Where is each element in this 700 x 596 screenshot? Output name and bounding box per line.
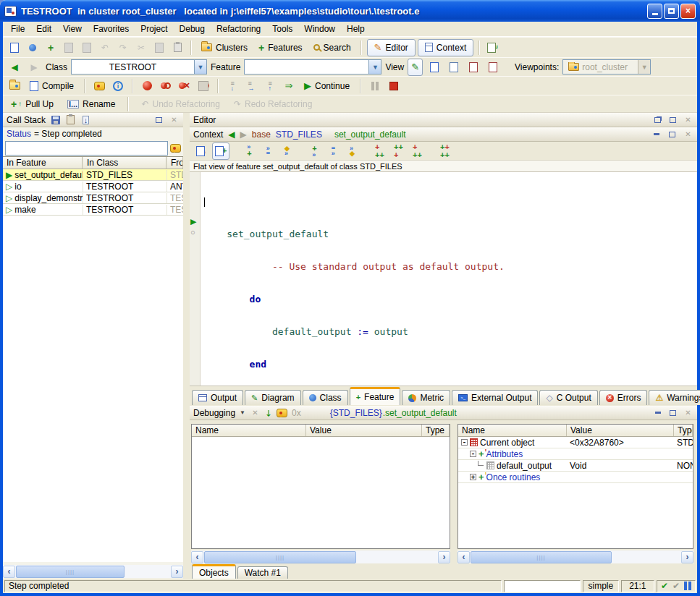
collapse-icon[interactable] bbox=[470, 451, 476, 457]
pause-icon[interactable] bbox=[367, 78, 383, 94]
object-tree-row[interactable]: Current object <0x32A8760> STD_ bbox=[458, 437, 693, 448]
menu-item-project[interactable]: Project bbox=[135, 22, 173, 35]
redo-refactoring-button[interactable]: ↷ Redo Refactoring bbox=[229, 98, 316, 111]
scrollbar-thumb[interactable] bbox=[471, 551, 612, 563]
scrollbar-thumb[interactable] bbox=[204, 551, 356, 563]
menu-item-debug[interactable]: Debug bbox=[174, 22, 211, 35]
save-all-icon[interactable] bbox=[79, 40, 95, 56]
diagonal-arrow-icon[interactable]: ↘ bbox=[263, 407, 274, 419]
expand-icon[interactable] bbox=[470, 474, 476, 480]
x-icon[interactable]: ✕ bbox=[250, 408, 261, 418]
maximize-panel-icon[interactable] bbox=[667, 129, 678, 140]
editor-gutter[interactable]: ▶ ○ bbox=[190, 172, 201, 386]
feature-combobox[interactable]: ▼ bbox=[244, 59, 381, 74]
scroll-left-icon[interactable]: ‹ bbox=[3, 566, 15, 578]
object-tree-row[interactable]: +! Once routines bbox=[458, 472, 693, 483]
implementers-icon[interactable]: ++++ bbox=[437, 143, 452, 159]
object-tree-row[interactable]: +! Attributes bbox=[458, 448, 693, 460]
call-stack-header[interactable]: Call Stack ↓ ✕ bbox=[3, 113, 183, 127]
breadcrumb-feature[interactable]: set_output_default bbox=[334, 129, 406, 140]
watch-horizontal-scrollbar[interactable]: ‹ › bbox=[191, 550, 450, 563]
search-button[interactable]: Search bbox=[309, 41, 355, 54]
call-stack-row[interactable]: ▷make TESTROOT TEST bbox=[3, 204, 183, 216]
scrollbar-track[interactable] bbox=[470, 551, 681, 563]
step-out-icon[interactable]: ≡↑ bbox=[262, 78, 278, 94]
code-text[interactable]: set_output_default -- Use standard outpu… bbox=[204, 174, 696, 391]
undo-refactoring-button[interactable]: ↶ Undo Refactoring bbox=[137, 98, 224, 111]
tab-class[interactable]: Class bbox=[303, 390, 348, 405]
maximize-panel-icon[interactable] bbox=[667, 408, 678, 418]
column-header-name[interactable]: Name bbox=[192, 425, 306, 436]
column-header-from[interactable]: From bbox=[166, 157, 183, 169]
column-header-type[interactable]: Type bbox=[674, 425, 693, 436]
tab-output[interactable]: Output bbox=[192, 390, 243, 405]
help-bubble-icon[interactable] bbox=[91, 78, 107, 94]
column-header-in-feature[interactable]: In Feature bbox=[3, 157, 83, 169]
basic-text-view-button[interactable]: ✎ bbox=[408, 59, 423, 76]
contract-view-icon[interactable] bbox=[465, 59, 481, 75]
tab-objects[interactable]: Objects bbox=[192, 564, 236, 579]
copy-call-stack-icon[interactable] bbox=[65, 115, 76, 125]
ancestor-versions-icon[interactable]: +++ bbox=[371, 143, 387, 159]
menu-item-favorites[interactable]: Favorites bbox=[88, 22, 135, 35]
tab-external-output[interactable]: >_External Output bbox=[452, 390, 538, 405]
call-stack-row[interactable]: ▷display_demonstrat... TESTROOT TEST bbox=[3, 192, 183, 204]
maximize-panel-icon[interactable] bbox=[153, 115, 164, 125]
menu-item-refactoring[interactable]: Refactoring bbox=[211, 22, 266, 35]
clusters-button[interactable]: Clusters bbox=[197, 41, 252, 54]
assignees-icon[interactable]: =» bbox=[325, 143, 341, 159]
column-header-name[interactable]: Name bbox=[458, 425, 567, 436]
close-button[interactable]: × bbox=[680, 4, 696, 19]
chevron-down-icon[interactable]: ▼ bbox=[368, 60, 381, 74]
run-icon[interactable]: ⇒ bbox=[281, 78, 297, 94]
scroll-left-icon[interactable]: ‹ bbox=[191, 551, 203, 563]
column-header-type[interactable]: Type bbox=[422, 425, 450, 436]
compile-button[interactable]: Compile bbox=[25, 80, 78, 93]
object-tree-row[interactable]: default_output Void NON bbox=[458, 460, 693, 472]
editor-header[interactable]: Editor ✕ bbox=[190, 113, 697, 127]
project-settings-icon[interactable] bbox=[7, 78, 22, 94]
code-editor[interactable]: ▶ ○ set_output_default -- Use standard o… bbox=[190, 172, 697, 386]
breadcrumb-class[interactable]: STD_FILES bbox=[276, 129, 322, 140]
open-file-icon[interactable] bbox=[25, 40, 41, 56]
stack-depth-icon[interactable]: ↓ bbox=[80, 115, 91, 125]
assigners-icon[interactable]: »= bbox=[260, 143, 276, 159]
speech-bubble-icon[interactable] bbox=[277, 408, 287, 418]
step-into-icon[interactable]: ≡→ bbox=[243, 78, 259, 94]
editor-toggle-button[interactable]: ✎ Editor bbox=[367, 39, 416, 56]
tab-feature[interactable]: +Feature bbox=[350, 387, 401, 405]
add-class-icon[interactable]: + bbox=[43, 40, 59, 56]
filter-help-icon[interactable] bbox=[170, 143, 181, 153]
forward-icon[interactable]: ▶ bbox=[26, 59, 42, 75]
flat-view-icon[interactable] bbox=[446, 59, 462, 75]
menu-item-tools[interactable]: Tools bbox=[266, 22, 298, 35]
callees-icon[interactable]: +» bbox=[306, 143, 322, 159]
column-header-value[interactable]: Value bbox=[567, 425, 674, 436]
titlebar[interactable]: TESTROOT in cluster root_cluster located… bbox=[0, 0, 700, 22]
scrollbar-track[interactable] bbox=[15, 566, 171, 578]
save-icon[interactable] bbox=[61, 40, 77, 56]
pull-up-button[interactable]: +↑ Pull Up bbox=[7, 98, 58, 111]
call-stack-row[interactable]: ▷io TESTROOT ANY bbox=[3, 181, 183, 192]
features-button[interactable]: + Features bbox=[254, 41, 307, 54]
tab-diagram[interactable]: ✎Diagram bbox=[245, 390, 301, 405]
menu-item-edit[interactable]: Edit bbox=[30, 22, 57, 35]
history-back-icon[interactable]: ◀ bbox=[228, 130, 235, 139]
menu-item-window[interactable]: Window bbox=[298, 22, 341, 35]
drop-breakpoint-icon[interactable] bbox=[139, 78, 155, 94]
maximize-panel-icon[interactable] bbox=[667, 115, 678, 125]
scroll-right-icon[interactable]: › bbox=[171, 566, 183, 578]
continue-button[interactable]: ▶ Continue bbox=[300, 80, 354, 93]
scroll-left-icon[interactable]: ‹ bbox=[457, 551, 470, 563]
stop-icon[interactable] bbox=[386, 78, 402, 94]
clickable-view-icon[interactable] bbox=[426, 59, 442, 75]
tab-metric[interactable]: Metric bbox=[402, 390, 450, 405]
breakpoint-slot-icon[interactable]: ○ bbox=[190, 229, 195, 237]
new-document-icon[interactable] bbox=[7, 40, 22, 56]
maximize-button[interactable] bbox=[664, 4, 679, 19]
column-header-in-class[interactable]: In Class bbox=[83, 157, 166, 169]
undo-icon[interactable]: ↶ bbox=[97, 40, 113, 56]
info-icon[interactable]: i bbox=[110, 78, 126, 94]
copy-icon[interactable] bbox=[151, 40, 167, 56]
callers-icon[interactable]: »+ bbox=[241, 143, 257, 159]
